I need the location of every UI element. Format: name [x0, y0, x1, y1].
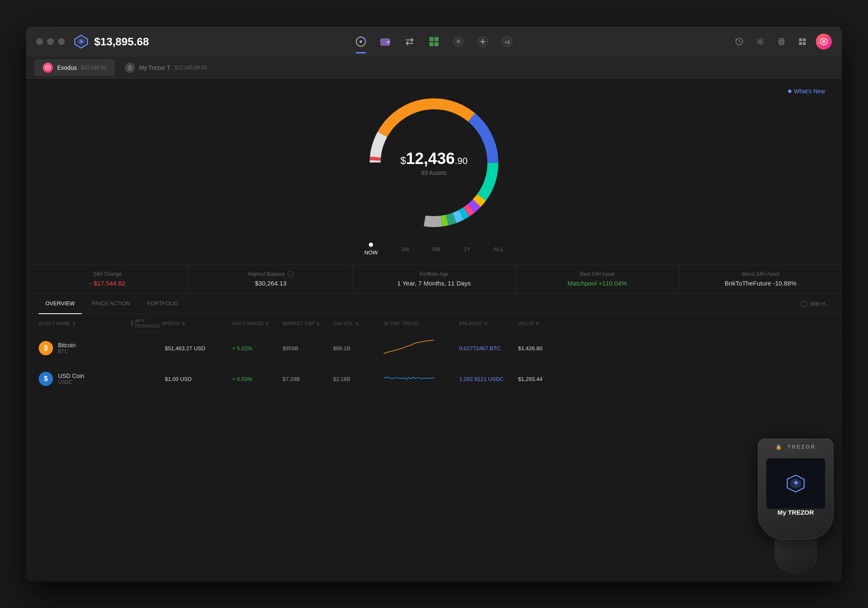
- stat-best-label: Best 24H Asset: [529, 271, 666, 277]
- usdc-vol: $2.18B: [333, 376, 384, 382]
- info-icon[interactable]: i: [288, 271, 294, 277]
- th-asset-name[interactable]: ASSET NAME ⇅: [39, 318, 131, 328]
- donut-section: $12,436.90 93 Assets NOW 1M 6M 1Y: [26, 79, 842, 257]
- stats-bar: 24H Change - $17,544.62 Highest Balance …: [26, 264, 842, 294]
- wallet-exodus-name: Exodus: [57, 64, 77, 71]
- usdc-name-text: USD Coin USDC: [58, 373, 84, 385]
- wallet-tabs: Exodus $12,436.90 My Trezor T $12,345.89…: [26, 57, 842, 79]
- time-1m-label: 1M: [401, 246, 409, 252]
- usdc-icon: $: [39, 372, 53, 386]
- sort-change-icon: ⇅: [265, 321, 269, 326]
- btc-change: + 5.02%: [232, 345, 283, 352]
- trezor-bottom: [775, 539, 817, 573]
- stat-best-asset: Best 24H Asset Matchpool +110.04%: [516, 264, 679, 293]
- asset-btc-name: ₿ Bitcoin BTC: [39, 341, 131, 355]
- stat-highest-balance: Highest Balance i $30,264.13: [189, 264, 352, 293]
- trezor-brand: TREZOR: [788, 444, 816, 450]
- whats-new-label: What's New: [794, 88, 825, 95]
- table-row[interactable]: ₿ Bitcoin BTC $51,463.27 USD + 5.02% $95…: [26, 333, 842, 364]
- right-icons: [732, 34, 832, 50]
- th-market-cap[interactable]: MARKET CAP ⇅: [283, 318, 333, 328]
- asset-usdc-name: $ USD Coin USDC: [39, 372, 131, 386]
- table-row[interactable]: $ USD Coin USDC $1.00 USD + 0.03% $7.29B…: [26, 364, 842, 394]
- minimize-button[interactable]: [47, 38, 54, 45]
- nav-apps[interactable]: [424, 32, 444, 52]
- stat-worst-value: BnkToTheFuture -10.88%: [692, 280, 829, 287]
- svg-text:✦: ✦: [793, 479, 799, 487]
- th-vol[interactable]: 24H VOL ⇅: [333, 318, 384, 328]
- time-6m-label: 6M: [432, 246, 440, 252]
- trezor-popup[interactable]: 🔒 TREZOR ✦ My TREZOR: [749, 439, 842, 573]
- stat-highest-label: Highest Balance i: [202, 271, 339, 277]
- portfolio-amount: $12,436.90: [400, 150, 468, 168]
- maximize-button[interactable]: [58, 38, 65, 45]
- table-tabs: OVERVIEW PRICE ACTION PORTFOLIO With H..…: [26, 294, 842, 314]
- stat-worst-label: Worst 24H Asset: [692, 271, 829, 277]
- nav-more[interactable]: +1: [497, 32, 517, 52]
- svg-rect-23: [799, 42, 802, 45]
- total-balance: $13,895.68: [94, 35, 149, 48]
- svg-rect-21: [799, 38, 802, 41]
- btc-icon: ₿: [39, 341, 53, 355]
- sort-value-icon: ⇅: [536, 321, 540, 326]
- wallet-exodus-balance: $12,436.90: [81, 65, 106, 71]
- svg-text:✕: ✕: [456, 38, 461, 45]
- tab-portfolio[interactable]: PORTFOLIO: [140, 294, 185, 314]
- tab-overview[interactable]: OVERVIEW: [39, 294, 82, 314]
- with-hardware-toggle[interactable]: With H...: [801, 301, 829, 307]
- trezor-name: My TREZOR: [758, 509, 833, 520]
- close-button[interactable]: [36, 38, 43, 45]
- th-balance[interactable]: BALANCE ⇅: [459, 318, 518, 328]
- donut-center: $12,436.90 93 Assets: [400, 150, 468, 176]
- stat-age-value: 1 Year, 7 Months, 11 Days: [365, 280, 503, 287]
- th-change[interactable]: 24H CHANGE ⇅: [232, 318, 283, 328]
- grid-icon[interactable]: [795, 34, 810, 49]
- time-all-label: ALL: [494, 246, 503, 252]
- stat-highest-value: $30,264.13: [202, 280, 339, 287]
- time-6m[interactable]: 6M: [429, 244, 443, 254]
- th-apy[interactable]: i APY REWARDS ⇅: [131, 318, 165, 328]
- btc-trend: [384, 339, 459, 357]
- th-price[interactable]: PRICE ⇅: [165, 318, 232, 328]
- btc-name-text: Bitcoin BTC: [58, 342, 76, 354]
- nav-portfolio[interactable]: [351, 32, 371, 52]
- amount-dollar: $: [400, 155, 406, 166]
- usdc-trend-svg: [384, 370, 434, 386]
- main-window: ✦ $13,895.68: [26, 26, 842, 582]
- svg-rect-9: [429, 42, 434, 46]
- nav-wallet[interactable]: [375, 32, 395, 52]
- whats-new-dot: [788, 90, 791, 93]
- trezor-body: 🔒 TREZOR ✦ My TREZOR: [758, 439, 834, 539]
- nav-swap[interactable]: [400, 32, 420, 52]
- usdc-market-cap: $7.29B: [283, 376, 333, 382]
- table-header: ASSET NAME ⇅ i APY REWARDS ⇅ PRICE ⇅ 24H…: [26, 314, 842, 333]
- time-now[interactable]: NOW: [361, 241, 381, 257]
- th-apy-info[interactable]: i: [131, 320, 133, 326]
- wallet-trezor-balance: $12,345.89.00: [175, 65, 207, 71]
- time-1y[interactable]: 1Y: [460, 244, 474, 254]
- preferences-icon[interactable]: [774, 34, 789, 49]
- stat-age-label: Portfolio Age: [365, 271, 503, 277]
- th-value[interactable]: VALUE ⇅: [518, 318, 569, 328]
- btc-market-cap: $959B: [283, 345, 333, 352]
- wallet-tab-trezor[interactable]: My Trezor T $12,345.89.00: [116, 59, 215, 76]
- whats-new-button[interactable]: What's New: [788, 88, 825, 95]
- time-now-dot: [369, 243, 373, 247]
- assets-count: 93 Assets: [400, 169, 468, 176]
- nav-exchange[interactable]: ✕: [448, 32, 468, 52]
- btc-vol: $88.1B: [333, 345, 384, 352]
- hardware-checkbox[interactable]: [801, 301, 807, 307]
- time-1m[interactable]: 1M: [398, 244, 412, 254]
- user-avatar[interactable]: [816, 34, 832, 50]
- wallet-tab-exodus[interactable]: Exodus $12,436.90: [34, 59, 115, 76]
- btc-balance: 0.02772467 BTC: [459, 345, 518, 352]
- tab-price-action[interactable]: PRICE ACTION: [85, 294, 137, 314]
- time-selector: NOW 1M 6M 1Y ALL: [361, 241, 507, 257]
- svg-rect-22: [803, 38, 806, 41]
- history-icon[interactable]: [732, 34, 747, 49]
- stat-24h-value: - $17,544.62: [39, 280, 176, 287]
- time-all[interactable]: ALL: [490, 244, 507, 254]
- nav-add[interactable]: [473, 32, 493, 52]
- trezor-logo: ✦: [785, 473, 806, 494]
- settings-icon[interactable]: [753, 34, 768, 49]
